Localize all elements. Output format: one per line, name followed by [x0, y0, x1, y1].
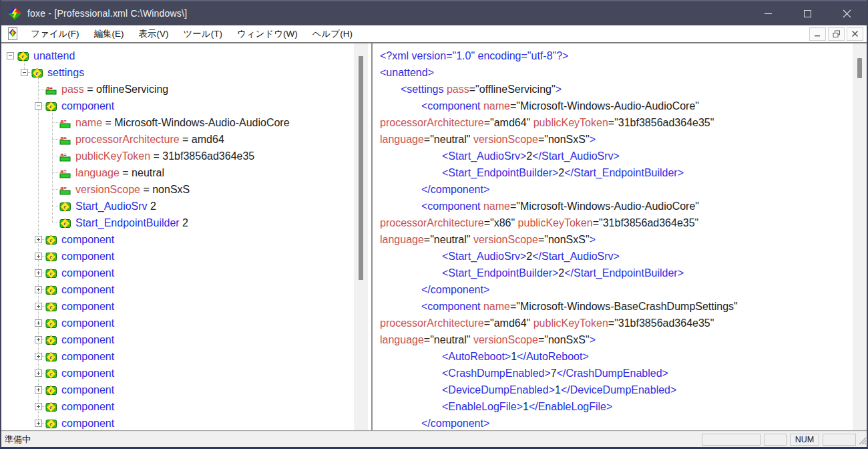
tree-node[interactable]: a=name = Microsoft-Windows-Audio-AudioCo…	[1, 114, 371, 131]
maximize-icon	[804, 10, 811, 17]
xml-line: <component name="Microsoft-Windows-Audio…	[380, 98, 847, 114]
xml-line: <unattend>	[380, 64, 847, 81]
svg-text:e: e	[22, 53, 25, 59]
menu-item-file[interactable]: ファイル(F)	[23, 25, 87, 43]
tree-node[interactable]: esettings	[1, 64, 371, 81]
xml-tag-text: <settings	[401, 84, 447, 95]
resize-grip[interactable]	[857, 436, 867, 447]
menu-item-tools[interactable]: ツール(T)	[176, 25, 230, 43]
xml-tag-text: <component	[421, 301, 483, 312]
xml-tag-text: <component	[421, 200, 483, 212]
tree-node[interactable]: eStart_AudioSrv 2	[1, 198, 371, 214]
tree-node[interactable]: ecomponent	[1, 265, 371, 281]
expand-box-icon[interactable]	[35, 303, 42, 310]
tree-node[interactable]: a=language = neutral	[1, 164, 371, 181]
expand-box-icon[interactable]	[35, 253, 42, 260]
xml-line: <settings pass="offlineServicing">	[380, 81, 847, 98]
editor-scrollbar-thumb[interactable]	[857, 58, 862, 78]
tree-node-label: component	[61, 251, 114, 263]
xml-attribute-name-text: publicKeyToken	[533, 117, 608, 128]
svg-text:e: e	[50, 420, 53, 427]
editor-scrollbar[interactable]	[853, 43, 867, 430]
svg-text:e: e	[50, 303, 53, 310]
xml-attribute-name-text: publicKeyToken	[533, 317, 608, 329]
xml-tag-text: <Start_AudioSrv>	[442, 150, 526, 162]
xml-tag-text: <AutoReboot>	[442, 351, 511, 362]
svg-text:e: e	[50, 337, 53, 343]
maximize-button[interactable]	[788, 1, 827, 25]
element-icon: e	[45, 335, 57, 345]
svg-text:e: e	[50, 237, 53, 243]
menu-item-help[interactable]: ヘルプ(H)	[305, 25, 360, 43]
tree-node[interactable]: ecomponent	[1, 98, 371, 114]
mdi-close-button[interactable]	[847, 27, 863, 41]
tree-node[interactable]: a=processorArchitecture = amd64	[1, 131, 371, 148]
xml-source-editor[interactable]: <?xml version="1.0" encoding="utf-8"?><u…	[373, 43, 867, 430]
element-icon: e	[45, 301, 57, 312]
menu-item-window[interactable]: ウィンドウ(W)	[230, 25, 305, 43]
xml-tag-text: </component>	[421, 418, 489, 429]
tree-node[interactable]: ecomponent	[1, 398, 371, 415]
tree-node[interactable]: ecomponent	[1, 231, 371, 248]
expand-box-icon[interactable]	[35, 336, 42, 343]
tree-node[interactable]: ecomponent	[1, 315, 371, 331]
xml-source-text: <?xml version="1.0" encoding="utf-8"?><u…	[380, 47, 847, 430]
minimize-button[interactable]	[748, 1, 788, 25]
xml-value-text: ="31bf3856ad364e35"	[608, 117, 714, 128]
xml-value-text: 1	[523, 401, 529, 412]
xml-attribute-name-text: pass	[447, 84, 469, 95]
expand-box-icon[interactable]	[35, 369, 42, 377]
tree-node[interactable]: ecomponent	[1, 331, 371, 348]
menu-item-view[interactable]: 表示(V)	[132, 25, 176, 43]
expand-box-icon[interactable]	[35, 386, 42, 394]
collapse-box-icon[interactable]	[7, 52, 14, 59]
mdi-window-controls	[809, 27, 867, 41]
mdi-minimize-button[interactable]	[809, 27, 826, 41]
tree-node-label: settings	[47, 67, 84, 79]
xml-tag-text: >	[590, 234, 596, 245]
expand-box-icon[interactable]	[35, 420, 42, 427]
tree-node[interactable]: ecomponent	[1, 365, 371, 382]
document-icon[interactable]	[7, 27, 19, 40]
svg-text:e: e	[50, 253, 53, 260]
expand-box-icon[interactable]	[35, 319, 42, 327]
tree-node[interactable]: ecomponent	[1, 298, 371, 315]
svg-text:a=: a=	[61, 134, 67, 140]
tree-node-label: component	[61, 367, 114, 380]
tree-node[interactable]: a=pass = offlineServicing	[1, 81, 371, 98]
tree-node[interactable]: eunattend	[1, 47, 371, 64]
app-icon[interactable]	[8, 7, 21, 20]
menu-item-edit[interactable]: 編集(E)	[87, 25, 132, 43]
expand-box-icon[interactable]	[35, 269, 42, 277]
xml-line: <component name="Microsoft-Windows-Audio…	[380, 198, 847, 214]
expand-box-icon[interactable]	[35, 353, 42, 360]
tree-node[interactable]: a=publicKeyToken = 31bf3856ad364e35	[1, 148, 371, 164]
expand-box-icon[interactable]	[35, 403, 42, 410]
attribute-icon: a=	[59, 151, 71, 162]
svg-text:e: e	[50, 370, 53, 377]
tree-node[interactable]: a=versionScope = nonSxS	[1, 181, 371, 198]
xml-value-text: 7	[551, 367, 557, 379]
tree-node[interactable]: ecomponent	[1, 382, 371, 398]
tree-node[interactable]: ecomponent	[1, 248, 371, 265]
xml-value-text: ="Microsoft-Windows-Audio-AudioCore"	[510, 200, 699, 212]
tree-node[interactable]: ecomponent	[1, 348, 371, 365]
xml-line: </component>	[380, 181, 847, 198]
tree-node-label: component	[61, 100, 114, 112]
expand-box-icon[interactable]	[35, 286, 42, 293]
close-button[interactable]	[827, 1, 867, 25]
collapse-box-icon[interactable]	[35, 102, 42, 110]
collapse-box-icon[interactable]	[21, 69, 28, 76]
tree-node-label: component	[61, 334, 114, 346]
mdi-restore-button[interactable]	[828, 27, 845, 41]
tree-node-value: = 31bf3856ad364e35	[150, 150, 254, 162]
tree-node[interactable]: ecomponent	[1, 281, 371, 298]
xml-tree-view[interactable]: eunattendesettingsa=pass = offlineServic…	[1, 43, 373, 430]
xml-line: <DeviceDumpEnabled>1</DeviceDumpEnabled>	[380, 382, 847, 398]
xml-value-text: 1	[555, 384, 561, 396]
xml-tag-text: <DeviceDumpEnabled>	[442, 384, 555, 396]
expand-box-icon[interactable]	[35, 236, 42, 243]
tree-node[interactable]: ecomponent	[1, 415, 371, 430]
svg-text:e: e	[50, 103, 53, 110]
tree-node[interactable]: eStart_EndpointBuilder 2	[1, 214, 371, 231]
